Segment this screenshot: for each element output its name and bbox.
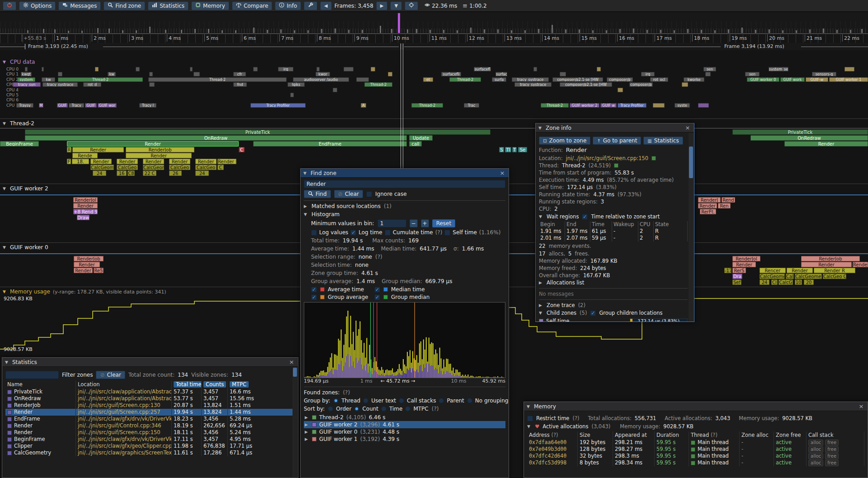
expand-icon[interactable]: ▶ <box>539 280 543 285</box>
cpu-zone[interactable]: Thread-2 <box>449 77 481 82</box>
group-by-no-grouping-radio[interactable] <box>467 398 472 403</box>
active-allocations-section[interactable]: Active allocations <box>542 423 588 430</box>
allocations-list-section[interactable]: Allocations list <box>547 279 584 286</box>
timeline-zone[interactable]: PrivateTick <box>25 129 491 135</box>
timeline-zone[interactable]: BeginFrame <box>0 141 39 147</box>
timeline-zone[interactable]: Render <box>72 147 124 152</box>
collapse-icon[interactable]: ▼ <box>3 60 7 64</box>
allocation-appeared[interactable]: 298.34 ms <box>613 459 655 466</box>
timeline-zone[interactable]: Render <box>90 159 112 164</box>
alloc-callstack-chip[interactable]: alloc <box>808 446 823 453</box>
expand-icon[interactable]: ▶ <box>305 415 309 420</box>
legend-checkbox[interactable] <box>311 287 317 293</box>
table-row[interactable]: Renderjni/../jni/src/guif/Screen.cpp:257… <box>5 409 295 416</box>
allocation-appeared[interactable]: 298.27 ms <box>613 446 655 453</box>
timeline-zone[interactable]: Render <box>169 159 190 164</box>
clear-filter-button[interactable]: ⊘ Clear <box>96 371 125 379</box>
free-callstack-chip[interactable]: free <box>825 446 839 453</box>
column-appeared-at[interactable]: Appeared at <box>613 431 655 439</box>
table-row[interactable]: PrivateTickjni/../jni/src/claw/applicati… <box>5 388 295 395</box>
table-row[interactable]: Renderjni/../jni/src/guif/Screen.cpp:150… <box>5 429 295 436</box>
cpu-zone[interactable]: system <box>17 77 35 82</box>
cpu-zone[interactable]: Thread-2 <box>364 82 392 87</box>
column-call-stack[interactable]: Call stack <box>807 431 864 439</box>
cpu-zone[interactable]: et <box>423 77 433 82</box>
options-button[interactable]: Options <box>19 1 56 10</box>
collapse-icon[interactable]: ▼ <box>527 404 531 409</box>
timeline-zone[interactable]: 24 <box>195 170 209 176</box>
cpu-zone[interactable] <box>25 67 28 71</box>
cpu-zone[interactable]: GUIF <box>85 103 97 108</box>
help-marker[interactable]: (?) <box>375 254 382 260</box>
collapse-icon[interactable]: ▼ <box>3 186 7 191</box>
timeline-zone[interactable]: Render <box>853 262 868 267</box>
increment-button[interactable]: + <box>421 219 429 227</box>
help-marker[interactable]: (?) <box>343 389 350 396</box>
alloc-callstack-chip[interactable]: alloc <box>808 453 823 459</box>
allocation-appeared[interactable]: 298.21 ms <box>613 439 655 446</box>
expand-icon[interactable]: ▶ <box>305 430 309 434</box>
expand-icon[interactable]: ▶ <box>305 437 309 441</box>
clear-button[interactable]: ⊘Clear <box>334 190 363 198</box>
cpu-zone[interactable] <box>149 72 153 76</box>
cpu-zone[interactable] <box>356 77 369 82</box>
cpu-zone[interactable] <box>290 93 294 97</box>
timeline-zone[interactable]: CalcG <box>778 279 793 285</box>
collapse-icon[interactable]: ▼ <box>527 424 532 429</box>
go-to-parent-button[interactable]: ↑Go to parent <box>593 137 641 145</box>
power-button[interactable] <box>3 1 16 10</box>
cpu-zone[interactable]: GUIF work <box>780 77 805 82</box>
group-by-call-stacks-radio[interactable] <box>399 398 404 403</box>
cpu-zone[interactable] <box>682 82 688 87</box>
cpu-zone[interactable]: irq <box>641 72 655 76</box>
sort-by-time-radio[interactable] <box>381 406 387 412</box>
cpu-zone[interactable]: tracy_systrace <box>514 82 552 87</box>
column-total-time[interactable]: Total time <box>174 381 202 388</box>
timeline-zone[interactable]: C8 <box>127 170 135 176</box>
column-name[interactable]: Name <box>5 381 76 388</box>
child-zone-row[interactable]: Self time172.14 us (3.83%) <box>539 317 688 322</box>
group-by-thread-radio[interactable] <box>333 398 339 403</box>
cpu-zone[interactable] <box>844 67 854 71</box>
cpu-zone[interactable] <box>653 103 665 108</box>
zone-trace-section[interactable]: Zone trace <box>547 302 575 308</box>
timeline-zone[interactable]: Render <box>787 268 813 273</box>
thread-name[interactable]: Thread-2 <box>562 162 585 169</box>
memory-titlebar[interactable]: ▼ Memory × <box>524 402 868 411</box>
guif-worker0-header[interactable]: ▼ GUIF worker 0 <box>3 244 48 251</box>
cpu-zone[interactable]: Trac <box>464 103 479 108</box>
cpu-zone[interactable] <box>618 88 623 92</box>
cpu-zone[interactable] <box>698 103 709 108</box>
table-row[interactable]: CalcGeometryjni/../jni/src/claw/graphics… <box>5 450 295 456</box>
source-location[interactable]: jni/../jni/src/guif/Screen.cpp:150 <box>566 155 649 161</box>
collapse-icon[interactable]: ▼ <box>5 360 9 364</box>
alloc-callstack-chip[interactable]: alloc <box>808 440 823 446</box>
timeline-zone[interactable]: S <box>499 147 504 152</box>
timeline-zone[interactable]: CalcGeo <box>169 165 190 170</box>
cpu-zone[interactable]: tracy_systrace <box>512 77 549 82</box>
timeline-zone[interactable]: T <box>512 147 517 152</box>
zone-group-row[interactable]: ▶GUIF worker 1(3,192)4.39 s <box>304 435 505 443</box>
messages-button[interactable]: Messages <box>58 1 101 10</box>
cpu-data-header[interactable]: ▼ CPU data <box>3 59 35 65</box>
scrollbar-thumb[interactable] <box>293 368 297 377</box>
timeline-zone[interactable]: CalcGeomet <box>795 274 822 279</box>
cpu-zone[interactable]: Thread-2 <box>541 103 569 108</box>
table-row[interactable]: OnRedrawjni/../jni/src/claw/application/… <box>5 395 295 402</box>
compare-button[interactable]: Compare <box>232 1 272 10</box>
cpu-zone[interactable]: sen <box>703 67 716 71</box>
column-zone-alloc[interactable]: Zone alloc <box>740 431 774 439</box>
timeline-zone[interactable]: OnRedraw <box>25 135 407 141</box>
zone-info-titlebar[interactable]: ▼ Zone info × <box>536 123 694 133</box>
decrement-button[interactable]: − <box>410 219 418 227</box>
allocation-appeared[interactable]: 298.3 ms <box>613 453 655 459</box>
cpu-zone[interactable]: GUIF <box>57 103 68 108</box>
timeline-zone[interactable]: 10 <box>795 279 802 285</box>
cpu-zone[interactable]: GUIF wor <box>98 103 117 108</box>
find-button[interactable]: Find <box>304 190 331 198</box>
cpu-zone[interactable]: system_se <box>769 67 788 71</box>
timeline-zone[interactable]: 24 <box>760 279 769 285</box>
cpu-zone[interactable] <box>388 72 392 76</box>
allocation-address[interactable]: 0x7dfc42d640 <box>527 453 578 459</box>
cpu-zone[interactable]: GUIF w <box>600 103 617 108</box>
